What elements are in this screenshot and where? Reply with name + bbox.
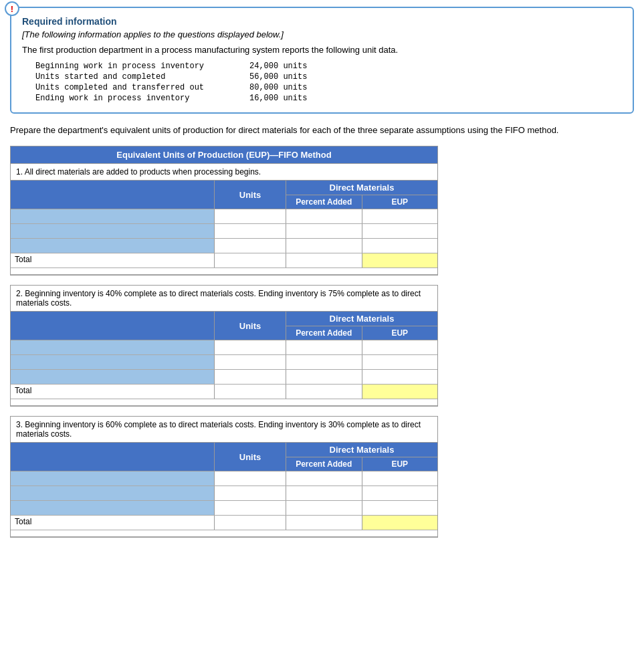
cell-total-units[interactable] — [215, 516, 286, 530]
col-label-header — [11, 312, 215, 340]
cell-row-eup[interactable] — [362, 209, 438, 223]
cell-total-units[interactable] — [215, 385, 286, 399]
cell-total-units[interactable] — [215, 253, 286, 267]
cell-row-label[interactable] — [11, 209, 215, 223]
col-units-header: Units — [215, 181, 286, 209]
cell-row-units[interactable] — [215, 224, 286, 238]
cell-total-label: Total — [11, 253, 215, 267]
section-3-desc: 3. Beginning inventory is 60% complete a… — [11, 417, 437, 443]
cell-row-percent-added[interactable] — [286, 471, 362, 485]
col-label-header — [11, 181, 215, 209]
section-2-row-0 — [11, 340, 437, 355]
col-units-header: Units — [215, 443, 286, 471]
cell-total-percent-added[interactable] — [286, 385, 362, 399]
section-2-header: UnitsDirect MaterialsPercent AddedEUP — [11, 312, 437, 340]
cell-row-label[interactable] — [11, 340, 215, 354]
section-2: 2. Beginning inventory is 40% complete a… — [10, 285, 438, 407]
eup-table-title: Equivalent Units of Production (EUP)—FIF… — [11, 146, 437, 164]
section-2-row-1 — [11, 355, 437, 370]
col-eup-header: EUP — [362, 457, 438, 471]
col-units-header: Units — [215, 312, 286, 340]
cell-row-units[interactable] — [215, 486, 286, 500]
unit-data-row: Units started and completed56,000 units — [35, 72, 622, 82]
col-dm-group: Direct MaterialsPercent AddedEUP — [286, 181, 437, 209]
cell-row-eup[interactable] — [362, 239, 438, 253]
section-3-total-row: Total — [11, 516, 437, 530]
alert-icon: ! — [5, 1, 19, 16]
info-italic: [The following information applies to th… — [22, 29, 622, 39]
unit-data-row: Units completed and transferred out80,00… — [35, 83, 622, 92]
spacer-row — [11, 268, 437, 275]
cell-total-percent-added[interactable] — [286, 516, 362, 530]
section-1-row-1 — [11, 224, 437, 239]
col-dm-sub: Percent AddedEUP — [286, 326, 437, 340]
cell-total-label: Total — [11, 385, 215, 399]
col-dm-title: Direct Materials — [286, 443, 437, 457]
spacer-row — [11, 530, 437, 537]
col-dm-group: Direct MaterialsPercent AddedEUP — [286, 443, 437, 471]
cell-row-percent-added[interactable] — [286, 355, 362, 369]
info-title: Required information — [22, 16, 622, 27]
cell-row-label[interactable] — [11, 486, 215, 500]
cell-total-eup[interactable] — [362, 253, 438, 267]
cell-row-percent-added[interactable] — [286, 209, 362, 223]
section-2-desc: 2. Beginning inventory is 40% complete a… — [11, 286, 437, 312]
cell-row-units[interactable] — [215, 209, 286, 223]
section-3-header: UnitsDirect MaterialsPercent AddedEUP — [11, 443, 437, 471]
cell-row-units[interactable] — [215, 239, 286, 253]
col-eup-header: EUP — [362, 195, 438, 209]
section-1-total-row: Total — [11, 253, 437, 268]
cell-total-eup[interactable] — [362, 385, 438, 399]
cell-total-label: Total — [11, 516, 215, 530]
section-1-row-2 — [11, 239, 437, 253]
cell-row-percent-added[interactable] — [286, 370, 362, 384]
unit-data-table: Beginning work in process inventory24,00… — [35, 62, 622, 103]
cell-row-eup[interactable] — [362, 501, 438, 515]
cell-row-label[interactable] — [11, 224, 215, 238]
cell-row-label[interactable] — [11, 239, 215, 253]
col-dm-title: Direct Materials — [286, 312, 437, 326]
col-dm-sub: Percent AddedEUP — [286, 457, 437, 471]
section-3: 3. Beginning inventory is 60% complete a… — [10, 416, 438, 538]
col-dm-title: Direct Materials — [286, 181, 437, 195]
cell-row-label[interactable] — [11, 501, 215, 515]
section-3-row-2 — [11, 501, 437, 516]
cell-row-percent-added[interactable] — [286, 486, 362, 500]
section-1-desc: 1. All direct materials are added to pro… — [11, 164, 437, 181]
section-2-row-2 — [11, 370, 437, 385]
cell-row-percent-added[interactable] — [286, 224, 362, 238]
col-eup-header: EUP — [362, 326, 438, 340]
cell-row-units[interactable] — [215, 340, 286, 354]
cell-row-percent-added[interactable] — [286, 501, 362, 515]
unit-data-row: Ending work in process inventory16,000 u… — [35, 94, 622, 103]
section-2-total-row: Total — [11, 385, 437, 399]
cell-row-eup[interactable] — [362, 486, 438, 500]
cell-row-label[interactable] — [11, 370, 215, 384]
cell-row-eup[interactable] — [362, 355, 438, 369]
cell-row-eup[interactable] — [362, 471, 438, 485]
unit-data-row: Beginning work in process inventory24,00… — [35, 62, 622, 71]
cell-row-label[interactable] — [11, 471, 215, 485]
section-1-header: UnitsDirect MaterialsPercent AddedEUP — [11, 181, 437, 209]
cell-row-percent-added[interactable] — [286, 340, 362, 354]
section-1-row-0 — [11, 209, 437, 224]
col-percent-added-header: Percent Added — [286, 457, 362, 471]
cell-row-percent-added[interactable] — [286, 239, 362, 253]
cell-row-eup[interactable] — [362, 370, 438, 384]
cell-row-units[interactable] — [215, 471, 286, 485]
cell-row-eup[interactable] — [362, 224, 438, 238]
cell-row-units[interactable] — [215, 501, 286, 515]
col-percent-added-header: Percent Added — [286, 195, 362, 209]
spacer-row — [11, 399, 437, 406]
cell-row-units[interactable] — [215, 370, 286, 384]
cell-row-label[interactable] — [11, 355, 215, 369]
section-3-row-0 — [11, 471, 437, 486]
info-text: The first production department in a pro… — [22, 45, 622, 55]
col-dm-sub: Percent AddedEUP — [286, 195, 437, 209]
cell-total-eup[interactable] — [362, 516, 438, 530]
cell-row-eup[interactable] — [362, 340, 438, 354]
section-1: Equivalent Units of Production (EUP)—FIF… — [10, 146, 438, 276]
cell-row-units[interactable] — [215, 355, 286, 369]
prepare-text: Prepare the department's equivalent unit… — [10, 124, 634, 136]
cell-total-percent-added[interactable] — [286, 253, 362, 267]
